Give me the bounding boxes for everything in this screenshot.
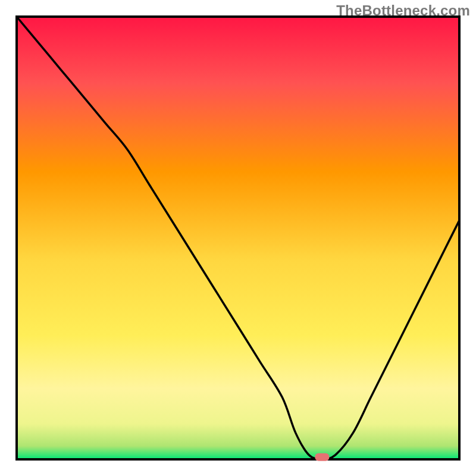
watermark-label: TheBottleneck.com [336, 2, 470, 19]
chart-svg [0, 0, 476, 476]
plot-background [17, 17, 459, 459]
optimal-marker [315, 453, 329, 461]
bottleneck-chart: TheBottleneck.com [0, 0, 476, 476]
